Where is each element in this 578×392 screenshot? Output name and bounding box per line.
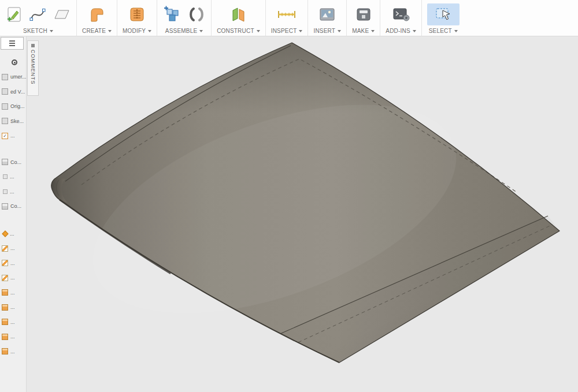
new-component-icon[interactable] [162,5,181,24]
create-sketch-icon[interactable] [5,5,23,24]
select-cursor-icon[interactable] [435,6,452,23]
body-icon [2,289,8,296]
browser-item[interactable]: Ske... [0,114,26,129]
named-views-icon [2,88,8,95]
browser-item[interactable]: ... [0,170,26,185]
body-icon [2,334,8,340]
browser-item[interactable]: ... [0,271,26,286]
panel-menu-icon [9,43,15,44]
browser-item[interactable]: ... [0,315,26,330]
chevron-down-icon [413,30,416,32]
toolbar-group-addins[interactable]: ADD-INS [380,0,422,36]
browser-item-label: ... [10,304,15,310]
browser-item[interactable]: ... [0,344,26,359]
browser-item[interactable]: Orig... [0,99,26,114]
toolbar-group-construct[interactable]: CONSTRUCT [212,0,266,36]
chevron-down-icon [50,30,53,32]
browser-item[interactable]: ... [0,184,26,199]
chevron-down-icon [199,30,203,32]
browser-item-label: Co... [10,159,21,165]
browser-item[interactable]: ... [0,285,26,300]
measure-icon[interactable] [276,8,297,21]
chevron-down-icon [108,30,112,32]
toolbar-group-label: CONSTRUCT [217,28,254,34]
browser-item-label: ... [10,133,15,139]
browser-item-label: umer... [10,74,26,80]
browser-item-label: ... [10,349,15,354]
browser-item-label: ... [10,290,15,296]
browser-item[interactable]: Co... [0,199,26,214]
chevron-down-icon [371,30,375,32]
toolbar-group-label: SKETCH [23,28,47,34]
body-icon [2,319,8,325]
body-icon [2,348,8,354]
toolbar-group-sketch[interactable]: SKETCH [0,0,77,36]
browser-item[interactable]: ... [0,300,26,315]
wing-model[interactable] [51,43,560,363]
browser-item-label: ... [10,319,15,325]
browser-item-label: ... [10,334,15,339]
checkbox-icon[interactable] [2,133,8,139]
browser-item[interactable] [0,55,26,70]
toolbar-group-modify[interactable]: MODIFY [117,0,157,36]
toolbar-group-create[interactable]: CREATE [77,0,117,36]
comments-tab[interactable]: COMMENTS [27,40,39,96]
browser-item-label: ... [10,189,14,195]
browser-item-label: ... [10,275,15,281]
sketch-icon [2,260,8,266]
toolbar-group-make[interactable]: MAKE [347,0,380,36]
chevron-down-icon [148,30,151,32]
browser-item-label: ... [10,245,15,251]
toolbar-group-label: ADD-INS [386,28,410,34]
sketch-plane-icon[interactable] [53,7,71,22]
comments-tab-label: COMMENTS [30,50,36,85]
extrude-icon[interactable] [87,5,107,24]
browser-item-label: ... [10,260,15,266]
origin-point-icon [2,230,8,237]
scripts-addins-icon[interactable] [392,6,410,23]
toolbar-group-assemble[interactable]: ASSEMBLE [157,0,212,36]
browser-panel[interactable]: umer... ed V... Orig... Ske... ... Co...… [0,36,27,392]
browser-item-label: Orig... [10,103,25,109]
toolbar-group-label: MODIFY [123,28,146,34]
toolbar-group-label: MAKE [352,28,369,34]
browser-panel-grip[interactable] [1,37,24,50]
spline-icon[interactable] [29,6,46,23]
viewport-3d[interactable] [26,36,578,392]
browser-item-label: ... [10,174,14,180]
ribbon-toolbar: SKETCH CREATE MODIFY [0,0,578,36]
item-icon [3,189,8,194]
browser-item[interactable]: Co... [0,155,26,170]
browser-item[interactable]: ... [0,129,26,144]
toolbar-group-insert[interactable]: INSERT [308,0,347,36]
joint-icon[interactable] [187,5,206,24]
press-pull-icon[interactable] [128,5,146,24]
toolbar-group-label: INSPECT [271,28,297,34]
browser-item[interactable]: umer... [0,70,26,85]
origin-icon [2,103,8,110]
browser-item[interactable]: ... [0,226,26,241]
viewport-canvas[interactable] [26,36,578,392]
component-icon [2,203,8,210]
chevron-down-icon [299,30,302,32]
target-icon [12,59,17,65]
browser-item-label: ... [10,231,14,237]
toolbar-group-inspect[interactable]: INSPECT [266,0,309,36]
browser-item-label: Co... [10,203,21,209]
browser-item[interactable]: ... [0,256,26,271]
browser-item[interactable]: ... [0,241,26,256]
sketch-icon [2,275,8,281]
browser-item[interactable]: ... [0,330,26,345]
body-icon [2,304,8,311]
comments-tab-icon [31,44,35,47]
toolbar-group-label: CREATE [82,28,106,34]
select-tool-highlight[interactable] [427,3,460,25]
document-icon [2,74,8,80]
toolbar-group-label: INSERT [313,28,335,34]
insert-image-icon[interactable] [318,6,336,23]
toolbar-group-label: SELECT [429,28,452,34]
print-3d-icon[interactable] [355,6,372,23]
browser-item[interactable]: ed V... [0,84,26,99]
construction-plane-icon[interactable] [229,5,247,24]
toolbar-group-select[interactable]: SELECT [422,0,465,36]
